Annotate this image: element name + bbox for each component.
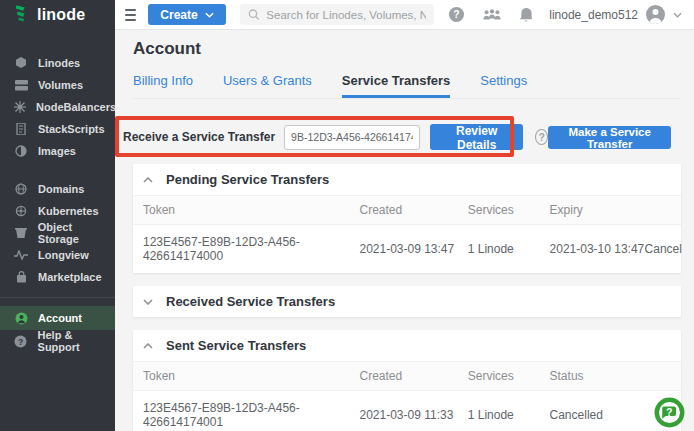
sidebar-item-label: Longview — [38, 249, 89, 261]
pending-expiry-cell: 2021-03-10 13:47 — [550, 232, 645, 266]
chevron-up-icon — [143, 177, 153, 183]
volumes-layers-icon — [14, 80, 28, 91]
sidebar-item-kubernetes[interactable]: Kubernetes — [0, 200, 115, 222]
sent-services-cell: 1 Linode — [468, 398, 550, 431]
sidebar-item-longview[interactable]: Longview — [0, 244, 115, 266]
search-icon — [248, 8, 260, 21]
sidebar-item-stackscripts[interactable]: StackScripts — [0, 118, 115, 140]
token-help-icon[interactable]: ? — [535, 129, 548, 145]
sent-transfers-panel: Sent Service Transfers Token Created Ser… — [133, 330, 681, 431]
chevron-down-icon — [205, 12, 214, 18]
sent-table-row: 123E4567-E89B-12D3-A456-426614174001 202… — [133, 391, 681, 431]
sidebar: Linodes Volumes NodeBalancers StackScrip… — [0, 30, 115, 431]
pending-token-link[interactable]: 123E4567-E89B-12D3-A456-426614174000 — [143, 225, 359, 273]
received-panel-title: Received Service Transfers — [166, 294, 335, 309]
hamburger-menu-icon[interactable] — [125, 9, 136, 21]
sidebar-item-label: Object Storage — [38, 221, 115, 245]
sidebar-item-linodes[interactable]: Linodes — [0, 52, 115, 74]
user-menu[interactable]: linode_demo512 — [549, 5, 682, 24]
images-disc-icon — [14, 145, 28, 157]
column-header-token: Token — [143, 196, 359, 224]
column-header-services: Services — [468, 362, 550, 390]
cancel-transfer-link[interactable]: Cancel — [645, 232, 671, 266]
help-circle-icon: ? — [14, 335, 28, 348]
sent-panel-toggle[interactable]: Sent Service Transfers — [133, 330, 681, 361]
help-icon[interactable]: ? — [448, 6, 465, 23]
tab-settings[interactable]: Settings — [480, 73, 527, 98]
column-header-expiry: Expiry — [550, 196, 645, 224]
top-bar: linode Create ? linode_demo512 — [0, 0, 694, 30]
username: linode_demo512 — [549, 8, 638, 22]
sidebar-item-marketplace[interactable]: Marketplace — [0, 266, 115, 288]
sidebar-divider — [0, 297, 115, 298]
sidebar-item-help-support[interactable]: ? Help & Support — [0, 330, 115, 352]
sidebar-item-account[interactable]: Account — [0, 306, 115, 330]
sent-table-header: Token Created Services Status — [133, 361, 681, 391]
linode-logo[interactable]: linode — [0, 0, 115, 30]
create-button[interactable]: Create — [148, 4, 225, 25]
nodebalancers-network-icon — [14, 101, 26, 113]
help-chat-bubble-button[interactable]: ? — [654, 397, 685, 428]
notifications-bell-icon[interactable] — [519, 7, 533, 23]
tab-billing-info[interactable]: Billing Info — [133, 73, 193, 98]
sidebar-item-label: Linodes — [38, 57, 80, 69]
make-service-transfer-button[interactable]: Make a Service Transfer — [548, 126, 671, 149]
received-panel-toggle[interactable]: Received Service Transfers — [133, 286, 681, 317]
sent-panel-title: Sent Service Transfers — [166, 338, 306, 353]
sent-created-cell: 2021-03-09 11:33 — [359, 398, 467, 431]
longview-pulse-icon — [14, 250, 28, 260]
sidebar-item-label: Account — [38, 312, 82, 324]
sidebar-item-label: Domains — [38, 183, 84, 195]
transfer-token-input[interactable] — [284, 125, 420, 150]
pending-table-header: Token Created Services Expiry — [133, 195, 681, 225]
main-content: Account Billing Info Users & Grants Serv… — [115, 30, 694, 431]
sidebar-item-label: Images — [38, 145, 76, 157]
pending-table-row: 123E4567-E89B-12D3-A456-426614174000 202… — [133, 225, 681, 273]
search-input[interactable] — [266, 9, 426, 21]
object-storage-bucket-icon — [14, 227, 28, 239]
column-header-created: Created — [359, 362, 467, 390]
sidebar-item-label: StackScripts — [38, 123, 105, 135]
received-transfers-panel: Received Service Transfers — [133, 286, 681, 317]
sidebar-item-nodebalancers[interactable]: NodeBalancers — [0, 96, 115, 118]
sent-status-cell: Cancelled — [550, 398, 671, 431]
chevron-down-icon — [673, 12, 682, 18]
column-header-token: Token — [143, 362, 359, 390]
pending-transfers-panel: Pending Service Transfers Token Created … — [133, 164, 681, 273]
tab-users-grants[interactable]: Users & Grants — [223, 73, 312, 98]
tab-service-transfers[interactable]: Service Transfers — [342, 73, 450, 98]
pending-panel-title: Pending Service Transfers — [166, 172, 329, 187]
sidebar-item-label: Volumes — [38, 79, 83, 91]
linode-logo-icon — [14, 4, 31, 26]
pending-panel-toggle[interactable]: Pending Service Transfers — [133, 164, 681, 195]
account-person-icon — [14, 312, 28, 325]
receive-transfer-bar: Receive a Service Transfer Review Detail… — [123, 123, 681, 151]
avatar — [646, 5, 665, 24]
pending-services-cell: 1 Linode — [468, 232, 550, 266]
sidebar-item-volumes[interactable]: Volumes — [0, 74, 115, 96]
kubernetes-wheel-icon — [14, 205, 28, 217]
sidebar-item-domains[interactable]: Domains — [0, 178, 115, 200]
tab-bar: Billing Info Users & Grants Service Tran… — [133, 73, 681, 99]
sent-token-link[interactable]: 123E4567-E89B-12D3-A456-426614174001 — [143, 391, 359, 431]
sidebar-item-images[interactable]: Images — [0, 140, 115, 162]
sidebar-item-label: Help & Support — [38, 329, 115, 353]
search-input-wrapper — [240, 4, 435, 25]
marketplace-bag-icon — [14, 271, 28, 283]
sidebar-item-object-storage[interactable]: Object Storage — [0, 222, 115, 244]
domains-globe-icon — [14, 183, 28, 195]
pending-created-cell: 2021-03-09 13:47 — [359, 232, 467, 266]
svg-text:?: ? — [454, 9, 460, 20]
community-icon[interactable] — [482, 7, 502, 22]
review-details-button[interactable]: Review Details — [430, 124, 523, 150]
create-button-label: Create — [160, 8, 197, 22]
linode-cube-icon — [14, 57, 28, 69]
stackscripts-script-icon — [14, 123, 28, 135]
column-header-services: Services — [468, 196, 550, 224]
sidebar-item-label: Kubernetes — [38, 205, 99, 217]
sidebar-item-label: Marketplace — [38, 271, 102, 283]
column-header-created: Created — [359, 196, 467, 224]
page-title: Account — [133, 39, 681, 59]
logo-text: linode — [37, 6, 85, 24]
sidebar-item-label: NodeBalancers — [36, 101, 116, 113]
